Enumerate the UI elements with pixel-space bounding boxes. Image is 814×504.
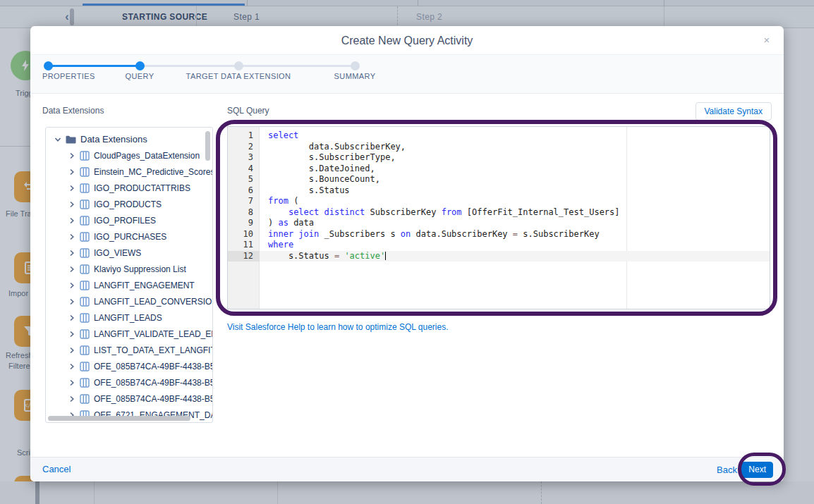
table-icon[interactable]	[80, 264, 90, 274]
line-code: s.Status	[260, 185, 770, 197]
chevron-right-icon[interactable]	[68, 250, 75, 257]
line-number: 2	[228, 142, 260, 153]
editor-line[interactable]: 9) as data	[228, 218, 770, 229]
tree-item[interactable]: OFE_085B74CA-49BF-4438-B566-	[46, 358, 212, 374]
table-icon[interactable]	[80, 345, 90, 355]
chevron-right-icon[interactable]	[68, 266, 75, 273]
tree-item[interactable]: LANGFIT_LEADS	[46, 309, 212, 326]
line-code: data.SubscriberKey,	[260, 142, 770, 153]
table-icon[interactable]	[80, 167, 90, 177]
tree-item-label: OFE_085B74CA-49BF-4438-B566-	[94, 394, 213, 404]
step-dot	[135, 61, 145, 70]
tree-item-label: IGO_PROFILES	[94, 216, 156, 226]
chevron-right-icon[interactable]	[68, 282, 75, 289]
editor-line[interactable]: 5 s.BounceCount,	[228, 174, 770, 185]
table-icon[interactable]	[80, 313, 90, 323]
step-dot	[351, 61, 360, 70]
line-number: 10	[228, 229, 260, 240]
chevron-right-icon[interactable]	[68, 395, 75, 402]
tree-item[interactable]: Einstein_MC_Predictive_Scores	[46, 164, 212, 180]
tree-horizontal-scrollbar[interactable]	[48, 416, 190, 421]
chevron-right-icon[interactable]	[68, 217, 75, 224]
table-icon[interactable]	[80, 216, 90, 226]
table-icon[interactable]	[80, 151, 90, 161]
cancel-button[interactable]: Cancel	[42, 464, 71, 474]
tree-item-label: CloudPages_DataExtension	[94, 151, 200, 161]
tree-item[interactable]: LANGFIT_VALIDATE_LEAD_EMAIL_	[46, 326, 212, 342]
chevron-right-icon[interactable]	[68, 201, 75, 208]
sql-editor[interactable]: 1select2 data.SubscriberKey,3 s.Subscrib…	[227, 126, 770, 309]
tree-item[interactable]: IGO_PURCHASES	[46, 228, 212, 245]
tree-item[interactable]: Klaviyo Suppression List	[46, 261, 212, 277]
chevron-down-icon[interactable]	[54, 136, 61, 143]
chevron-right-icon[interactable]	[68, 233, 75, 240]
table-icon[interactable]	[80, 378, 90, 388]
tree-item[interactable]: CloudPages_DataExtension	[46, 147, 212, 164]
tree-item[interactable]: IGO_PRODUCTS	[46, 196, 212, 212]
data-extensions-heading: Data Extensions	[42, 106, 104, 116]
chevron-right-icon[interactable]	[68, 363, 75, 370]
tree-item-label: LANGFIT_LEAD_CONVERSION	[94, 297, 213, 307]
chevron-right-icon[interactable]	[68, 379, 75, 386]
editor-line[interactable]: 1select	[228, 130, 770, 142]
editor-line[interactable]: 6 s.Status	[228, 185, 770, 197]
editor-line[interactable]: 4 s.DateJoined,	[228, 164, 770, 175]
modal-header: Create New Query Activity ×	[30, 26, 784, 54]
table-icon[interactable]	[80, 394, 90, 404]
table-icon[interactable]	[80, 232, 90, 242]
line-code: s.SubscriberType,	[260, 152, 770, 164]
line-number: 5	[228, 174, 260, 185]
editor-line[interactable]: 8 select distinct SubscriberKey from [Of…	[228, 207, 770, 219]
chevron-right-icon[interactable]	[68, 347, 75, 354]
close-icon[interactable]: ×	[760, 33, 774, 47]
line-code: select distinct SubscriberKey from [Offe…	[260, 207, 770, 219]
tree-item[interactable]: OFE_085B74CA-49BF-4438-B566-	[46, 391, 212, 407]
chevron-right-icon[interactable]	[68, 331, 75, 338]
line-code: select	[260, 130, 770, 142]
tree-item[interactable]: LIST_TO_DATA_EXT_LANGFIT	[46, 342, 212, 358]
tree-item-label: LANGFIT_LEADS	[94, 313, 162, 323]
back-button[interactable]: Back	[717, 465, 737, 475]
chevron-right-icon[interactable]	[68, 152, 75, 159]
tree-item[interactable]: LANGFIT_ENGAGEMENT	[46, 277, 212, 293]
tree-root-row[interactable]: Data Extensions	[46, 131, 212, 147]
editor-line[interactable]: 7from (	[228, 196, 770, 207]
chevron-right-icon[interactable]	[68, 314, 75, 321]
editor-line[interactable]: 2 data.SubscriberKey,	[228, 142, 770, 153]
table-icon[interactable]	[80, 281, 90, 290]
tree-item-label: IGO_VIEWS	[94, 248, 141, 258]
next-button[interactable]: Next	[741, 462, 773, 478]
step-connector	[238, 65, 355, 67]
tree-item[interactable]: OFE_085B74CA-49BF-4438-B566-	[46, 374, 212, 391]
tree-item[interactable]: LANGFIT_LEAD_CONVERSION	[46, 293, 212, 309]
tree-item[interactable]: IGO_PRODUCTATTRIBS	[46, 180, 212, 196]
editor-line[interactable]: 3 s.SubscriberType,	[228, 152, 770, 164]
chevron-right-icon[interactable]	[68, 298, 75, 305]
chevron-right-icon[interactable]	[68, 168, 75, 176]
table-icon[interactable]	[80, 248, 90, 258]
table-icon[interactable]	[80, 297, 90, 307]
line-number: 3	[228, 152, 260, 164]
table-icon[interactable]	[80, 329, 90, 339]
folder-icon[interactable]	[66, 135, 76, 144]
line-code: from (	[260, 196, 770, 207]
editor-line[interactable]: 10inner join _Subscribers s on data.Subs…	[228, 229, 770, 240]
table-icon[interactable]	[80, 362, 90, 371]
validate-syntax-button[interactable]: Validate Syntax	[695, 102, 772, 121]
tree-item[interactable]: IGO_PROFILES	[46, 212, 212, 228]
editor-line[interactable]: 12 s.Status = 'active'	[228, 251, 770, 262]
tree-item[interactable]: IGO_VIEWS	[46, 245, 212, 261]
tree-item-label: IGO_PRODUCTATTRIBS	[94, 183, 190, 193]
table-icon[interactable]	[80, 199, 90, 209]
tree-item-label: IGO_PURCHASES	[94, 232, 166, 242]
chevron-right-icon[interactable]	[68, 185, 75, 192]
editor-line[interactable]: 11where	[228, 240, 770, 251]
tree-vertical-scrollbar[interactable]	[205, 131, 210, 161]
tree-item-label: OFE_085B74CA-49BF-4438-B566-	[94, 362, 213, 371]
step-connector	[140, 65, 238, 67]
table-icon[interactable]	[80, 183, 90, 193]
tree-rows: Data ExtensionsCloudPages_DataExtensionE…	[46, 131, 212, 423]
line-number: 7	[228, 196, 260, 207]
salesforce-help-link[interactable]: Visit Salesforce Help to learn how to op…	[227, 322, 449, 332]
step-dot	[234, 61, 243, 70]
